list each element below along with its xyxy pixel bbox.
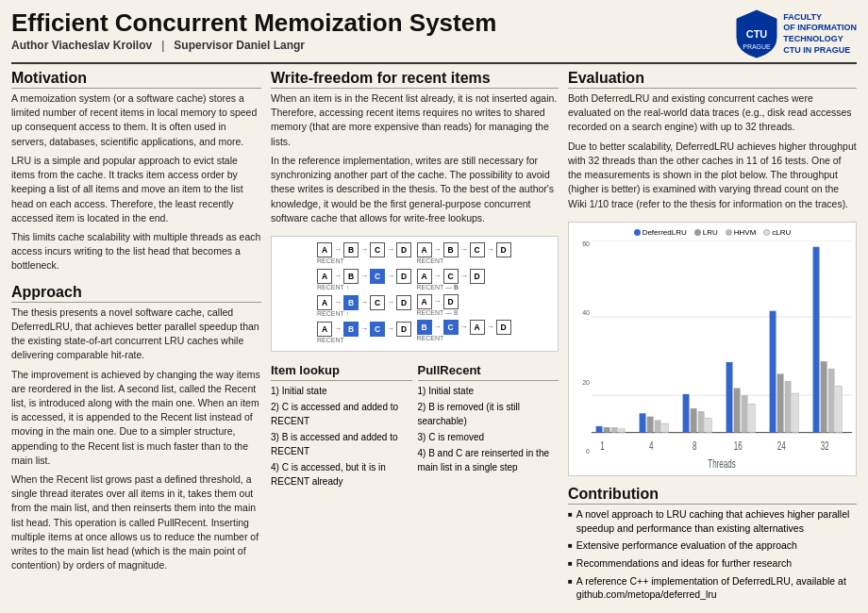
state-3: A → B → C → D RECENT ↑ — [277, 295, 413, 319]
motivation-para2: LRU is a simple and popular approach to … — [11, 154, 261, 225]
pull-recent-col: PullRecent 1) Initial state 2) B is remo… — [418, 361, 559, 491]
legend-hhvm: HHVM — [726, 228, 757, 237]
svg-rect-19 — [734, 388, 741, 432]
logo-text: FACULTY OF INFORMATION TECHNOLOGY CTU IN… — [783, 12, 857, 57]
lookup-step-4: 4) C is accessed, but it is in RECENT al… — [271, 460, 412, 489]
svg-text:Threads: Threads — [708, 456, 736, 470]
contribution-section: Contribution A novel approach to LRU cac… — [568, 486, 857, 605]
supervisor-label: Supervisor — [174, 39, 233, 52]
middle-column: Write-freedom for recent items When an i… — [271, 70, 559, 605]
lookup-step-2: 2) C is accessed and added to RECENT — [271, 400, 412, 428]
svg-rect-23 — [777, 373, 784, 432]
svg-rect-22 — [770, 310, 776, 432]
chart-body: 60 40 20 0 — [573, 240, 852, 472]
svg-rect-14 — [683, 394, 690, 433]
diagram-grid: A → B → C → D RECENT — [277, 242, 552, 345]
motivation-para3: This limits cache scalability with multi… — [11, 230, 261, 273]
approach-para1: The thesis presents a novel software cac… — [11, 306, 261, 363]
write-freedom-title: Write-freedom for recent items — [271, 70, 559, 89]
chart-legend: DeferredLRU LRU HHVM cLRU — [573, 228, 852, 237]
supervisor-name: Daniel Langr — [236, 39, 305, 52]
motivation-body: A memoization system (or a software cach… — [11, 91, 261, 273]
state-1: A → B → C → D RECENT — [277, 242, 413, 266]
y-tick-20: 20 — [582, 379, 590, 386]
evaluation-section: Evaluation Both DeferredLRU and existing… — [568, 70, 857, 216]
contribution-item-4: A reference C++ implementation of Deferr… — [568, 574, 857, 602]
pr-step-4: 4) B and C are reinserted in the main li… — [418, 446, 559, 474]
header-left: Efficient Concurrent Memoization System … — [11, 9, 496, 52]
ctu-shield-icon: CTU PRAGUE — [736, 9, 777, 58]
right-column: Evaluation Both DeferredLRU and existing… — [568, 70, 857, 605]
legend-dot-lru — [694, 229, 701, 236]
legend-clru: cLRU — [763, 228, 791, 237]
pr-step-1: 1) Initial state — [418, 384, 559, 398]
contribution-list: A novel approach to LRU caching that ach… — [568, 507, 857, 602]
legend-label-clru: cLRU — [772, 228, 791, 237]
item-lookup-diagram: A → B → C → D RECENT — [277, 242, 413, 345]
svg-text:32: 32 — [821, 439, 829, 452]
svg-rect-25 — [793, 393, 799, 432]
svg-rect-13 — [662, 423, 669, 432]
svg-rect-7 — [604, 427, 610, 433]
legend-label-hhvm: HHVM — [734, 228, 757, 237]
chart-plot: 1 4 8 16 24 32 Threads — [592, 240, 852, 472]
svg-rect-11 — [647, 416, 654, 432]
pr-state-4: B → C → A → D RECENT — [417, 320, 553, 342]
contribution-item-1: A novel approach to LRU caching that ach… — [568, 507, 857, 535]
lookup-step-1: 1) Initial state — [271, 384, 412, 398]
svg-text:8: 8 — [693, 439, 696, 452]
legend-dot-hhvm — [726, 229, 732, 236]
svg-rect-6 — [596, 426, 603, 433]
motivation-title: Motivation — [11, 70, 261, 89]
content: Motivation A memoization system (or a so… — [11, 70, 857, 605]
pr-state-3: A → D RECENT — B — [417, 294, 553, 317]
approach-para3: When the Recent list grows past a define… — [11, 472, 261, 573]
y-tick-60: 60 — [582, 240, 590, 247]
diagram-area: A → B → C → D RECENT — [271, 236, 559, 352]
write-freedom-para2: In the reference implementation, writes … — [271, 154, 559, 225]
legend-label-deferredlru: DeferredLRU — [643, 228, 687, 237]
pr-step-3: 3) C is removed — [418, 430, 559, 444]
legend-deferredlru: DeferredLRU — [634, 228, 687, 237]
svg-text:16: 16 — [734, 439, 743, 452]
logo: CTU PRAGUE FACULTY OF INFORMATION TECHNO… — [736, 9, 857, 58]
author-label: Author — [11, 39, 48, 52]
approach-title: Approach — [11, 284, 261, 303]
svg-rect-24 — [785, 381, 792, 433]
svg-rect-17 — [706, 418, 712, 432]
evaluation-para2: Due to better scalability, DeferredLRU a… — [568, 140, 857, 211]
svg-text:1: 1 — [600, 439, 604, 452]
svg-rect-15 — [691, 408, 697, 433]
pull-recent-diagram: A → B → C → D RECENT — [417, 242, 553, 345]
bar-chart-svg: 1 4 8 16 24 32 Threads — [592, 240, 852, 472]
svg-rect-18 — [726, 362, 733, 433]
left-column: Motivation A memoization system (or a so… — [11, 70, 261, 605]
motivation-para1: A memoization system (or a software cach… — [11, 91, 261, 149]
svg-text:24: 24 — [777, 439, 786, 452]
svg-text:4: 4 — [649, 439, 653, 452]
write-freedom-para1: When an item is in the Recent list alrea… — [271, 91, 559, 149]
main-title: Efficient Concurrent Memoization System — [11, 9, 496, 37]
state-2: A → B → C → D RECENT ↑ — [277, 269, 413, 292]
svg-rect-26 — [813, 247, 820, 433]
item-lookup-steps: 1) Initial state 2) C is accessed and ad… — [271, 384, 412, 489]
state-4: A → B → C → D RECENT — [277, 322, 413, 345]
svg-rect-28 — [828, 369, 835, 433]
svg-rect-16 — [698, 411, 705, 433]
approach-section: Approach The thesis presents a novel sof… — [11, 284, 261, 578]
legend-dot-deferredlru — [634, 229, 641, 236]
write-freedom-body: When an item is in the Recent list alrea… — [271, 91, 559, 225]
lookup-step-3: 3) B is accessed and added to RECENT — [271, 430, 412, 458]
svg-rect-8 — [611, 427, 618, 433]
legend-label-lru: LRU — [703, 228, 718, 237]
approach-body: The thesis presents a novel software cac… — [11, 306, 261, 573]
motivation-section: Motivation A memoization system (or a so… — [11, 70, 261, 278]
header: Efficient Concurrent Memoization System … — [11, 9, 857, 64]
subtitle: Author Viacheslav Kroilov | Supervisor D… — [11, 39, 496, 52]
svg-rect-21 — [749, 404, 756, 432]
chart-area: DeferredLRU LRU HHVM cLRU — [568, 222, 857, 476]
y-tick-40: 40 — [582, 309, 590, 316]
pull-recent-title: PullRecent — [418, 361, 559, 382]
pull-recent-steps: 1) Initial state 2) B is removed (it is … — [418, 384, 559, 474]
evaluation-body: Both DeferredLRU and existing concurrent… — [568, 91, 857, 211]
